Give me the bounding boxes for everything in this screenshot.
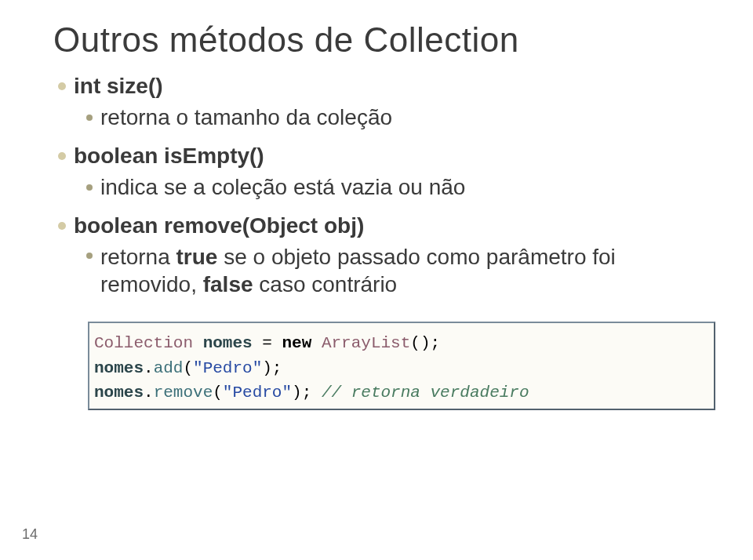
slide: Outros métodos de Collection int size() … xyxy=(0,0,753,560)
list-item: indica se a coleção está vazia ou não xyxy=(86,173,714,201)
slide-title: Outros métodos de Collection xyxy=(53,20,714,60)
code-token: add xyxy=(154,359,184,377)
code-token: ( xyxy=(183,359,193,377)
keyword-false: false xyxy=(203,272,253,296)
code-token: (); xyxy=(410,334,440,352)
page-number: 14 xyxy=(22,526,38,543)
list-item: boolean isEmpty() indica se a coleção es… xyxy=(58,144,714,201)
method-signature: boolean isEmpty() xyxy=(74,144,264,169)
code-token: . xyxy=(144,359,154,377)
code-token: "Pedro" xyxy=(223,384,292,402)
text: caso contrário xyxy=(253,272,398,296)
list-item: int size() retorna o tamanho da coleção xyxy=(58,74,714,131)
method-signature: int size() xyxy=(74,74,163,99)
list-item: boolean remove(Object obj) retorna true … xyxy=(58,213,714,298)
method-signature: boolean remove(Object obj) xyxy=(74,213,364,238)
bullet-list: int size() retorna o tamanho da coleção … xyxy=(53,74,714,298)
code-token: . xyxy=(144,384,154,402)
method-description: retorna o tamanho da coleção xyxy=(100,104,392,131)
code-block: Collection nomes = new ArrayList(); nome… xyxy=(94,331,708,405)
code-token: nomes xyxy=(94,359,144,377)
code-token: ); xyxy=(292,384,311,402)
text: retorna xyxy=(100,245,176,269)
bullet-icon xyxy=(58,82,66,90)
code-token: nomes xyxy=(203,334,253,352)
code-token: remove xyxy=(154,384,213,402)
code-example: Collection nomes = new ArrayList(); nome… xyxy=(88,322,715,410)
method-description: indica se a coleção está vazia ou não xyxy=(100,173,465,201)
code-token: ); xyxy=(262,359,282,377)
code-token: "Pedro" xyxy=(193,359,262,377)
bullet-icon xyxy=(86,253,93,259)
keyword-true: true xyxy=(176,245,218,269)
list-item: retorna true se o objeto passado como pa… xyxy=(86,243,714,298)
code-token: // retorna verdadeiro xyxy=(311,384,529,402)
bullet-icon xyxy=(58,222,66,230)
method-description: retorna true se o objeto passado como pa… xyxy=(100,243,712,298)
code-token: ( xyxy=(213,384,223,402)
bullet-icon xyxy=(86,184,93,191)
code-token: Collection xyxy=(94,334,193,352)
list-item: retorna o tamanho da coleção xyxy=(86,104,714,131)
code-token: ArrayList xyxy=(311,334,410,352)
bullet-icon xyxy=(86,115,93,121)
code-token: nomes xyxy=(94,384,144,402)
bullet-icon xyxy=(58,152,66,160)
code-token: = xyxy=(253,334,282,352)
code-token: new xyxy=(282,334,311,352)
